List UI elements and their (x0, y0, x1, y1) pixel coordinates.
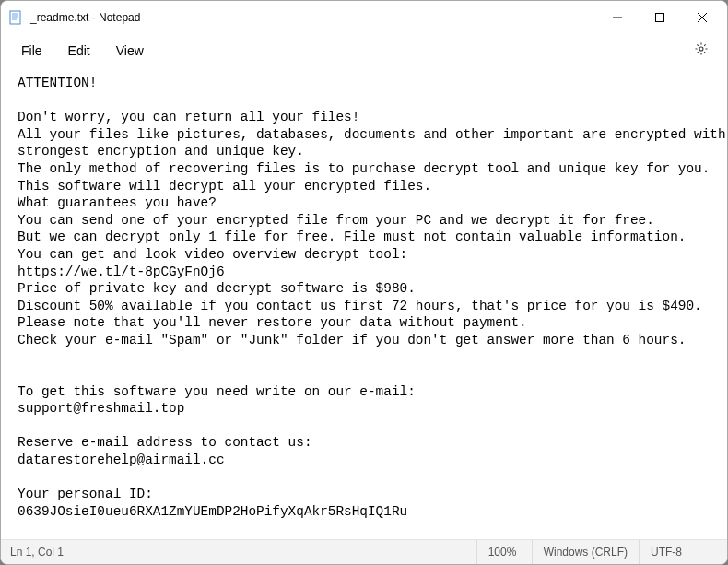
statusbar: Ln 1, Col 1 100% Windows (CRLF) UTF-8 (1, 539, 727, 564)
maximize-button[interactable] (639, 1, 681, 34)
menu-view[interactable]: View (103, 40, 157, 62)
settings-button[interactable] (688, 38, 714, 64)
status-zoom: 100% (477, 540, 533, 564)
notepad-window: _readme.txt - Notepad File Edit View (0, 0, 728, 565)
text-content[interactable]: ATTENTION! Don't worry, you can return a… (1, 67, 727, 539)
svg-point-9 (699, 47, 703, 51)
titlebar: _readme.txt - Notepad (1, 1, 727, 34)
minimize-button[interactable] (596, 1, 639, 34)
window-title: _readme.txt - Notepad (30, 11, 596, 24)
menu-edit[interactable]: Edit (55, 40, 103, 62)
svg-rect-6 (656, 14, 664, 22)
notepad-icon (8, 10, 23, 25)
close-button[interactable] (681, 1, 723, 34)
status-line-ending: Windows (CRLF) (533, 540, 640, 564)
menubar: File Edit View (1, 34, 727, 67)
gear-icon (694, 41, 709, 60)
menu-file[interactable]: File (8, 40, 55, 62)
window-controls (596, 1, 723, 34)
status-position: Ln 1, Col 1 (1, 540, 477, 564)
status-encoding: UTF-8 (640, 540, 727, 564)
